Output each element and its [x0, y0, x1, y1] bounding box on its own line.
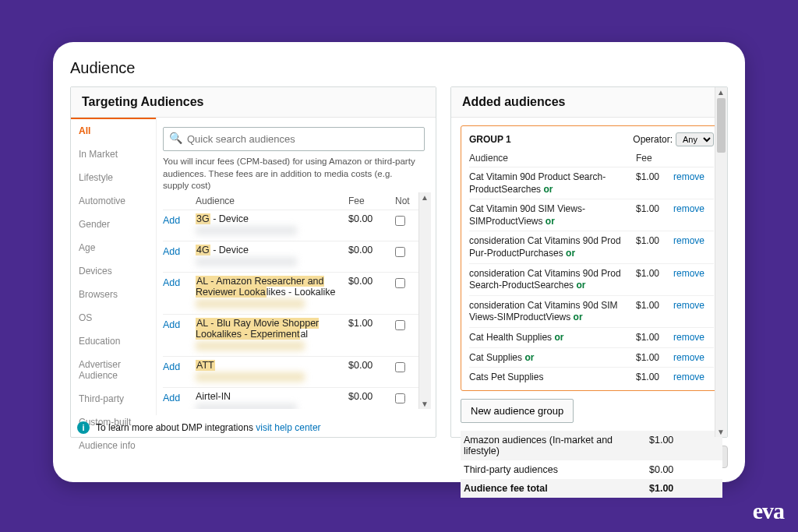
page-title: Audience [70, 59, 728, 77]
remove-link[interactable]: remove [673, 332, 714, 344]
remove-link[interactable]: remove [673, 171, 714, 196]
group-audience-name: Cat Vitamin 90d Product Search-ProductSe… [469, 171, 636, 196]
audience-row: AddATT$0.00 [163, 356, 418, 387]
group-label: GROUP 1 [469, 134, 511, 145]
category-tab-all[interactable]: All [71, 118, 156, 143]
total-row: Third-party audiences$0.00 [461, 460, 722, 479]
fee-note: You will incur fees (CPM-based) for usin… [163, 156, 431, 192]
add-link[interactable]: Add [163, 360, 191, 372]
total-row: Amazon audiences (In-market and lifestyl… [461, 431, 722, 460]
total-label: Amazon audiences (In-market and lifestyl… [464, 435, 649, 456]
not-checkbox[interactable] [395, 320, 405, 330]
group-audience-fee: $1.00 [636, 203, 673, 227]
scroll-up-icon[interactable]: ▲ [421, 193, 429, 202]
audience-fee: $0.00 [348, 213, 390, 224]
group-audience-fee: $1.00 [636, 332, 673, 344]
scroll-thumb[interactable] [717, 98, 726, 153]
audience-name: 4G - Device [196, 245, 344, 269]
remove-link[interactable]: remove [673, 203, 714, 227]
help-center-link[interactable]: visit help center [256, 422, 320, 433]
category-tab-gender[interactable]: Gender [71, 213, 156, 236]
group-row: Cat Vitamin 90d Product Search-ProductSe… [469, 167, 714, 199]
category-tab-lifestyle[interactable]: Lifestyle [71, 166, 156, 189]
category-tab-in-market[interactable]: In Market [71, 143, 156, 166]
not-checkbox[interactable] [395, 247, 405, 257]
group-table-header: Audience Fee [469, 150, 714, 167]
group-row: consideration Cat Vitamins 90d SIM Views… [469, 295, 714, 327]
audience-table-header: Audience Fee Not [163, 192, 418, 210]
audience-scrollbar[interactable]: ▲ ▼ [418, 192, 431, 409]
right-scrollbar[interactable]: ▲ ▼ [715, 87, 727, 437]
search-icon: 🔍 [169, 132, 182, 144]
audience-group-1: GROUP 1 Operator: Any Audience Fee [461, 125, 722, 391]
remove-link[interactable]: remove [673, 235, 714, 259]
category-tab-os[interactable]: OS [71, 306, 156, 329]
targeting-title: Targeting Audiences [71, 87, 436, 118]
group-row: Cat Health Supplies or$1.00remove [469, 327, 714, 347]
audience-name: AL - Blu Ray Movie Shopper Lookalikes - … [196, 318, 344, 353]
group-audience-name: consideration Cat Vitamins 90d Prod Pur-… [469, 235, 636, 259]
info-text: To learn more about DMP integrations [96, 422, 256, 433]
operator-select[interactable]: Any [676, 132, 714, 146]
total-label: Audience fee total [464, 483, 649, 494]
category-tab-third-party[interactable]: Third-party [71, 387, 156, 410]
group-audience-name: consideration Cat Vitamins 90d SIM Views… [469, 300, 636, 324]
category-tab-audience-info[interactable]: Audience info [71, 434, 156, 457]
group-row: consideration Cat Vitamins 90d Prod Pur-… [469, 231, 714, 262]
scroll-down-icon[interactable]: ▼ [421, 400, 429, 408]
added-panel: Added audiences GROUP 1 Operator: Any Au… [450, 86, 728, 438]
category-tab-automotive[interactable]: Automotive [71, 189, 156, 213]
add-link[interactable]: Add [163, 318, 191, 330]
category-tab-advertiser-audience[interactable]: Advertiser Audience [71, 353, 156, 387]
audience-fee: $0.00 [348, 391, 390, 402]
audience-fee: $0.00 [348, 360, 390, 371]
audience-fee: $0.00 [348, 245, 390, 255]
added-title: Added audiences [451, 87, 727, 118]
add-link[interactable]: Add [163, 391, 191, 403]
category-tab-education[interactable]: Education [71, 329, 156, 353]
add-link[interactable]: Add [163, 276, 191, 288]
category-tab-browsers[interactable]: Browsers [71, 283, 156, 306]
add-link[interactable]: Add [163, 213, 191, 226]
remove-link[interactable]: remove [673, 372, 714, 384]
remove-link[interactable]: remove [673, 300, 714, 324]
not-checkbox[interactable] [395, 393, 405, 403]
group-audience-name: consideration Cat Vitamins 90d Prod Sear… [469, 268, 636, 292]
targeting-panel: Targeting Audiences AllIn MarketLifestyl… [70, 86, 436, 438]
group-audience-fee: $1.00 [636, 268, 673, 292]
group-audience-fee: $1.00 [636, 352, 673, 365]
scroll-down-icon[interactable]: ▼ [717, 428, 725, 436]
add-link[interactable]: Add [163, 245, 191, 257]
not-checkbox[interactable] [395, 216, 405, 226]
group-row: consideration Cat Vitamins 90d Prod Sear… [469, 263, 714, 295]
group-audience-fee: $1.00 [636, 372, 673, 384]
search-input[interactable] [163, 127, 425, 151]
scroll-up-icon[interactable]: ▲ [717, 88, 725, 97]
group-audience-name: Cats Pet Supplies [469, 372, 636, 384]
info-icon: i [77, 421, 90, 434]
group-row: Cat Vitamin 90d SIM Views-SIMProductView… [469, 199, 714, 231]
audience-row: AddAL - Blu Ray Movie Shopper Lookalikes… [163, 314, 418, 356]
brand-logo: eva [753, 498, 784, 524]
total-label: Third-party audiences [464, 464, 649, 475]
group-row: Cats Pet Supplies $1.00remove [469, 367, 714, 387]
audience-name: AL - Amazon Researcher and Reviewer Look… [196, 276, 344, 311]
not-checkbox[interactable] [395, 362, 405, 372]
audience-name: 3G - Device [196, 213, 344, 238]
group-audience-fee: $1.00 [636, 235, 673, 259]
audience-row: AddAirtel-IN$0.00 [163, 387, 418, 409]
total-value: $0.00 [649, 464, 719, 475]
audience-name: Airtel-IN [196, 391, 344, 409]
operator-label: Operator: [633, 134, 673, 145]
audience-fee: $1.00 [348, 318, 390, 329]
remove-link[interactable]: remove [673, 352, 714, 365]
new-audience-group-button[interactable]: New audience group [461, 399, 574, 423]
group-audience-name: Cat Vitamin 90d SIM Views-SIMProductView… [469, 203, 636, 227]
remove-link[interactable]: remove [673, 268, 714, 292]
category-tab-devices[interactable]: Devices [71, 259, 156, 283]
category-tab-age[interactable]: Age [71, 236, 156, 259]
not-checkbox[interactable] [395, 278, 405, 288]
group-audience-name: Cat Supplies or [469, 352, 636, 365]
audience-name: ATT [196, 360, 344, 384]
group-row: Cat Supplies or$1.00remove [469, 347, 714, 368]
